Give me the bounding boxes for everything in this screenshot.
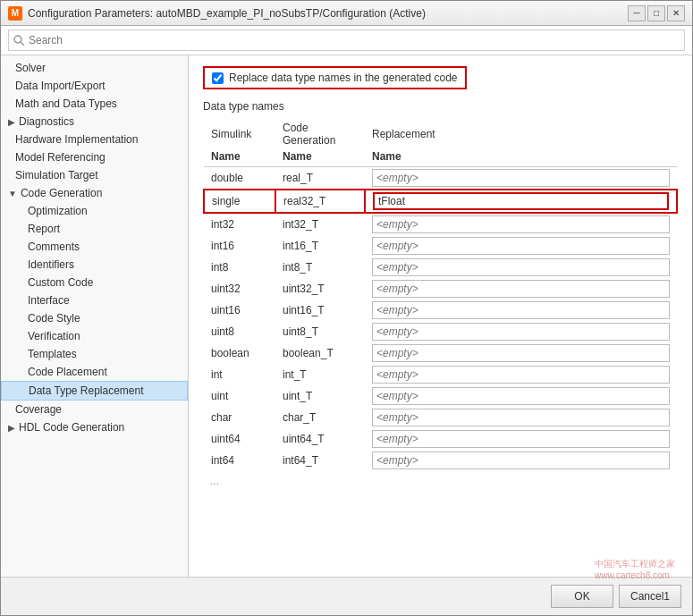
sidebar-item-label: Data Import/Export [15,80,106,92]
sidebar-item-comments[interactable]: Comments [1,238,188,256]
codegen-name: int32_T [275,213,365,235]
sidebar-item-label: Diagnostics [19,115,74,128]
simulink-name: uint64 [204,428,275,450]
replacement-input[interactable] [372,323,670,341]
table-row: booleanboolean_T [204,342,677,364]
sidebar-item-label: Data Type Replacement [29,384,144,397]
table-row: charchar_T [204,407,677,428]
replacement-input[interactable] [372,387,670,405]
col-header-replacement: Replacement [365,120,677,148]
table-row: uint8uint8_T [204,321,677,342]
data-type-table: Simulink Code Generation Replacement Nam… [203,120,678,471]
simulink-name: uint8 [204,321,275,342]
sidebar-item-custom-code[interactable]: Custom Code [1,274,188,291]
sidebar-item-data-import-export[interactable]: Data Import/Export [1,77,188,95]
replace-checkbox-label: Replace data type names in the generated… [229,72,458,84]
replace-checkbox[interactable] [212,72,224,84]
minimize-button[interactable]: ─ [628,5,646,21]
table-ellipsis: ... [203,471,678,491]
expand-arrow-icon: ▶ [8,117,15,127]
sidebar-item-templates[interactable]: Templates [1,345,188,363]
replacement-cell [365,450,677,471]
codegen-name: uint16_T [275,300,365,321]
cancel-button[interactable]: Cancel1 [619,585,681,608]
sidebar-item-code-style[interactable]: Code Style [1,309,188,327]
codegen-name: int_T [275,364,365,385]
sidebar-item-label: Verification [28,330,80,342]
sidebar-item-simulation-target[interactable]: Simulation Target [1,166,188,184]
table-body: doublereal_Tsinglereal32_Tint32int32_Tin… [204,167,677,472]
window-title: Configuration Parameters: autoMBD_exampl… [28,7,628,20]
col-header-codegen: Code Generation [275,120,365,148]
table-row: intint_T [204,364,677,385]
simulink-name: int32 [204,213,275,235]
sidebar-item-optimization[interactable]: Optimization [1,202,188,220]
sidebar-item-report[interactable]: Report [1,220,188,238]
sidebar-item-diagnostics[interactable]: ▶Diagnostics [1,113,188,131]
ok-button[interactable]: OK [551,585,613,608]
sidebar-item-coverage[interactable]: Coverage [1,401,188,418]
col-subheader-codegen: Name [275,148,365,167]
replacement-input[interactable] [372,215,670,233]
sidebar: SolverData Import/ExportMath and Data Ty… [1,55,189,577]
replacement-cell [365,167,677,190]
table-header-top: Simulink Code Generation Replacement [204,120,677,148]
sidebar-item-label: Code Generation [21,187,102,199]
codegen-name: uint_T [275,385,365,407]
table-row: int64int64_T [204,450,677,471]
maximize-button[interactable]: □ [647,5,665,21]
table-row: int8int8_T [204,257,677,278]
sidebar-item-label: Report [28,223,60,235]
codegen-name: int16_T [275,235,365,257]
sidebar-item-code-generation[interactable]: ▼Code Generation [1,184,188,202]
replacement-cell [365,278,677,300]
sidebar-item-code-placement[interactable]: Code Placement [1,363,188,381]
replacement-input[interactable] [372,430,670,448]
replacement-cell [365,190,677,213]
replacement-cell [365,385,677,407]
table-row: uint32uint32_T [204,278,677,300]
codegen-name: char_T [275,407,365,428]
sidebar-item-solver[interactable]: Solver [1,59,188,77]
replacement-input[interactable] [372,409,670,426]
sidebar-item-data-type-replacement[interactable]: Data Type Replacement [1,381,188,401]
simulink-name: int8 [204,257,275,278]
table-row: uint16uint16_T [204,300,677,321]
sidebar-item-label: Model Referencing [15,151,106,164]
sidebar-item-verification[interactable]: Verification [1,327,188,345]
bottom-bar: OK Cancel1 [1,577,692,615]
replacement-input[interactable] [372,301,670,319]
sidebar-item-math-data-types[interactable]: Math and Data Types [1,95,188,113]
simulink-name: uint32 [204,278,275,300]
sidebar-item-model-referencing[interactable]: Model Referencing [1,148,188,166]
replacement-input[interactable] [373,192,669,210]
codegen-name: uint32_T [275,278,365,300]
replacement-input[interactable] [372,451,670,469]
window-controls: ─ □ ✕ [628,5,685,21]
replace-checkbox-row: Replace data type names in the generated… [203,66,467,89]
sidebar-item-label: Math and Data Types [15,97,117,110]
expand-arrow-icon: ▼ [8,189,17,198]
sidebar-item-interface[interactable]: Interface [1,291,188,309]
search-input[interactable] [8,30,685,51]
title-bar: M Configuration Parameters: autoMBD_exam… [1,1,692,26]
sidebar-item-hdl-code-generation[interactable]: ▶HDL Code Generation [1,418,188,436]
codegen-name: uint64_T [275,428,365,450]
main-content: SolverData Import/ExportMath and Data Ty… [1,55,692,577]
simulink-name: int [204,364,275,385]
codegen-name: int64_T [275,450,365,471]
replacement-input[interactable] [372,237,670,255]
table-row: int32int32_T [204,213,677,235]
replacement-cell [365,342,677,364]
sidebar-item-identifiers[interactable]: Identifiers [1,256,188,274]
replacement-input[interactable] [372,366,670,384]
replacement-input[interactable] [372,280,670,298]
replacement-input[interactable] [372,169,670,187]
codegen-name: real32_T [275,190,365,213]
close-button[interactable]: ✕ [667,5,685,21]
sidebar-item-hardware-impl[interactable]: Hardware Implementation [1,131,188,148]
replacement-input[interactable] [372,258,670,276]
replacement-input[interactable] [372,344,670,362]
search-bar [1,26,692,55]
replacement-cell [365,428,677,450]
